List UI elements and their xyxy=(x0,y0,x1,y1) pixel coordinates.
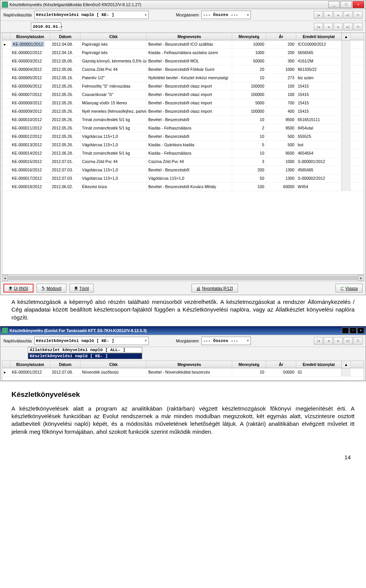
table-row[interactable]: KE-000012/20122012.05.26.Vágótárcsa 115×… xyxy=(2,133,364,141)
cell-meg: Csizma Zöld Pvc 44 xyxy=(147,158,232,166)
cell-date: 2012.05.26. xyxy=(50,133,80,141)
horizontal-scrollbar[interactable]: ◂ ▸ xyxy=(2,275,364,281)
table-row[interactable]: KE-000014/20122012.06.28.Trinát zománcfe… xyxy=(2,149,364,158)
nav-refresh-button[interactable]: ↻ xyxy=(353,11,363,19)
chevron-down-icon: ▼ xyxy=(247,339,249,342)
table-row[interactable]: KE-000003/20122012.05.06.Gázolaj könnyű,… xyxy=(2,57,364,66)
table-row[interactable]: KE-000005/20122012.05.16.Patentív 1/2"Ny… xyxy=(2,74,364,82)
table-row[interactable]: KE-000007/20122012.05.26.Csavarókosár "S… xyxy=(2,91,364,99)
cell-menny: 10 xyxy=(232,74,266,82)
cell-cikk: Papírvágó kés xyxy=(80,40,147,48)
cell-cikk: Trinát zománcfesték 5/1 kg xyxy=(80,116,147,124)
scrollbar-thumb[interactable] xyxy=(7,276,359,280)
cell-date: 2012.07.03. xyxy=(50,174,80,182)
cell-cikk: Felmosófej "S" mikroszálas xyxy=(80,82,147,90)
combo-naplo-2[interactable]: Készletkönyvelési napló [ KE- ]▼ xyxy=(34,337,149,345)
nav-prev-button-2[interactable]: ◂ xyxy=(324,23,333,30)
nav-prev-button[interactable]: ◂ xyxy=(324,11,333,19)
table-row[interactable]: KE-000010/20122012.05.26.Trinát zománcfe… xyxy=(2,116,364,124)
col-ar-2[interactable]: Ár xyxy=(266,361,296,368)
minimize-button[interactable]: _ xyxy=(328,1,340,8)
dropdown-option-1[interactable]: Állatkészlet könyvelési napló [ ALL- ] xyxy=(28,347,142,353)
cell-ered: S-000001/2012 xyxy=(296,158,342,166)
col-datum-2[interactable]: Dátum xyxy=(50,361,80,368)
nav-prev-button-3[interactable]: ◂ xyxy=(324,337,333,345)
edit-button[interactable]: ✎Módosít xyxy=(37,284,66,292)
table-row[interactable]: KE-000017/20122012.07.03.Vágótárcsa 115×… xyxy=(2,174,364,183)
scroll-up-icon[interactable]: ▴ xyxy=(342,33,351,40)
cell-ered: 6516515111 xyxy=(296,116,342,124)
scroll-up-icon-2[interactable]: ▴ xyxy=(342,361,351,368)
nav-last-button-2[interactable]: ▸| xyxy=(344,23,353,30)
combo-date[interactable]: 2010.01.01.▼ xyxy=(31,22,61,31)
maximize-button-2[interactable]: □ xyxy=(350,328,356,334)
cell-date: 2012.05.26. xyxy=(50,141,80,149)
nav-refresh-button-2[interactable]: ↻ xyxy=(353,23,363,30)
row-marker-icon xyxy=(2,166,10,174)
table-row[interactable]: KE-000008/20122012.05.26.Műanyag vödör 1… xyxy=(2,99,364,107)
col-eredeti[interactable]: Eredeti bizonylat xyxy=(296,33,342,40)
table-row[interactable]: KE-000011/20122012.05.26.Trinát zománcfe… xyxy=(2,124,364,133)
cell-ar: 1000 xyxy=(266,66,296,74)
table-row[interactable]: KE-000009/20122012.05.26.Nyél menetes (f… xyxy=(2,107,364,116)
scroll-right-icon[interactable]: ▸ xyxy=(358,275,364,281)
col-cikk[interactable]: Cikk xyxy=(80,33,147,40)
col-mennyiseg-2[interactable]: Mennyiség xyxy=(232,361,266,368)
back-button[interactable]: ↶Vissza xyxy=(336,284,363,292)
close-button[interactable]: × xyxy=(353,1,364,8)
dropdown-open[interactable]: Állatkészlet könyvelési napló [ ALL- ] K… xyxy=(28,347,366,359)
cell-menny: 10 xyxy=(232,149,266,157)
col-datum[interactable]: Dátum xyxy=(50,33,80,40)
nav-last-button[interactable]: ▸| xyxy=(344,11,353,19)
col-bizonylat-2[interactable]: Bizonylatszám xyxy=(10,361,50,368)
cell-biz: KE-000018/2012 xyxy=(10,183,50,191)
new-button[interactable]: ✚Új [INS] xyxy=(3,284,34,292)
delete-button[interactable]: ✖Töröl xyxy=(69,284,94,292)
nav-last-button-3[interactable]: ▸| xyxy=(344,337,353,345)
col-megnevezes-2[interactable]: Megnevezés xyxy=(147,361,232,368)
print-button[interactable]: 🖨Nyomtatás [F12] xyxy=(191,284,238,292)
nav-first-button-3[interactable]: |◂ xyxy=(314,337,323,345)
table-row[interactable]: KE-000013/20122012.05.26.Vágótárcsa 115×… xyxy=(2,141,364,149)
table-row[interactable]: KE-000018/20122012.06.02.Étkezési búzaBe… xyxy=(2,183,364,191)
table-row[interactable]: KE-000002/20122012.04.18.Papírvágó késKi… xyxy=(2,49,364,57)
app-icon xyxy=(2,2,8,8)
combo-mozgas[interactable]: --- Összes ---▼ xyxy=(201,11,251,19)
toolbar-row1: Naplóválasztás Készletkönyvelési napló [… xyxy=(0,9,366,21)
maximize-button[interactable]: □ xyxy=(340,1,352,8)
chevron-down-icon: ▼ xyxy=(247,13,249,17)
label-naplo-2: Naplóválasztás xyxy=(3,339,32,343)
nav-next-button-3[interactable]: ▸ xyxy=(334,337,343,345)
table-row[interactable]: ▸KE-000001/20122012.04.08.Papírvágó késB… xyxy=(2,40,364,49)
cell-ered: S-000002/2012 xyxy=(296,174,342,182)
cell-cikk: Trinát zománcfesték 5/1 kg xyxy=(80,124,147,132)
table-row[interactable]: KE-000016/20122012.07.03.Vágótárcsa 115×… xyxy=(2,166,364,174)
nav-first-button[interactable]: |◂ xyxy=(314,11,323,19)
nav-refresh-button-3[interactable]: ↻ xyxy=(353,337,363,345)
table-row[interactable]: KE-000006/20122012.05.26.Felmosófej "S" … xyxy=(2,82,364,91)
col-megnevezes[interactable]: Megnevezés xyxy=(147,33,232,40)
combo-naplo[interactable]: Készletkönyvelési napló [ KE- ]▼ xyxy=(34,11,149,19)
close-button-2[interactable]: × xyxy=(357,328,364,334)
grid-header-2: Bizonylatszám Dátum Cikk Megnevezés Menn… xyxy=(2,361,364,368)
minimize-button-2[interactable]: _ xyxy=(342,328,349,334)
table-row[interactable]: KE-000015/20122012.07.01.Csizma Zöld Pvc… xyxy=(2,158,364,166)
cell-cikk: Csavarókosár "S" xyxy=(80,91,147,99)
col-ar[interactable]: Ár xyxy=(266,33,296,40)
nav-first-button-2[interactable]: |◂ xyxy=(314,23,323,30)
col-cikk-2[interactable]: Cikk xyxy=(80,361,147,368)
col-mennyiseg[interactable]: Mennyiség xyxy=(232,33,266,40)
printer-icon: 🖨 xyxy=(196,286,201,291)
cell-ered: but xyxy=(296,141,342,149)
col-eredeti-2[interactable]: Eredeti bizonylat xyxy=(296,361,342,368)
table-row[interactable]: ▸ KE-000001/2012 2012.07.08. Növendék üs… xyxy=(2,368,364,377)
nav-next-button[interactable]: ▸ xyxy=(334,11,343,19)
data-grid-2: Bizonylatszám Dátum Cikk Megnevezés Menn… xyxy=(2,361,364,381)
col-bizonylat[interactable]: Bizonylatszám xyxy=(10,33,50,40)
cell-ar: 300 xyxy=(266,57,296,65)
nav-next-button-2[interactable]: ▸ xyxy=(334,23,343,30)
dropdown-option-2[interactable]: Készletkönyvelési napló [ KE- ] xyxy=(28,353,142,359)
table-row[interactable]: KE-000004/20122012.05.06.Csizma Zöld Pvc… xyxy=(2,66,364,74)
combo-mozgas-2[interactable]: --- Összes ---▼ xyxy=(201,337,251,345)
cell-date: 2012.05.26. xyxy=(50,107,80,115)
